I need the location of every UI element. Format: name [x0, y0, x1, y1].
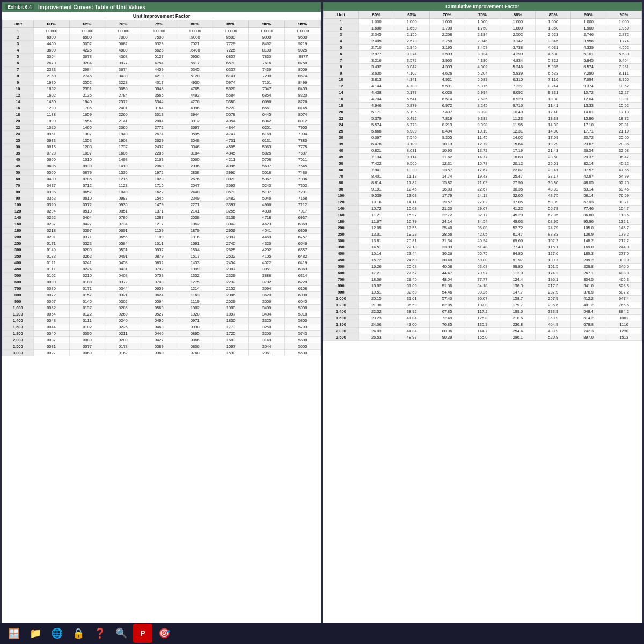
- table-cell: 37.05: [500, 199, 536, 206]
- table-row: 80018.8231.0951.3684.18136.3217.3341.052…: [324, 283, 642, 289]
- table-cell: 1116: [606, 321, 642, 328]
- table-cell: 2437: [141, 144, 177, 150]
- taskbar-folder[interactable]: 📁: [26, 624, 45, 643]
- table-cell: 5127: [141, 54, 177, 60]
- table-cell: 257.9: [536, 296, 571, 302]
- table-cell: 3164: [141, 105, 177, 112]
- table-row: 3,00000270069016203600760153029615530: [3, 350, 321, 356]
- table-row: 8003960657104916222440357951377231: [3, 189, 321, 195]
- table-cell: 1.650: [394, 25, 429, 32]
- table-cell: 2141: [105, 118, 141, 125]
- table-cell: 4017: [141, 79, 177, 86]
- table-cell: 48.97: [394, 334, 429, 341]
- table-cell: 250: [324, 231, 359, 238]
- table-row: 45001110224043107921399238739516363: [3, 266, 321, 273]
- table-cell: 0102: [33, 273, 69, 279]
- table-cell: 2547: [177, 182, 213, 189]
- table-row: 306.0977.5409.30511.4514.0217.0920.7225.…: [324, 135, 642, 141]
- table-cell: 14.33: [536, 122, 571, 128]
- table-cell: 59.80: [465, 257, 500, 264]
- table-cell: 0111: [33, 266, 69, 273]
- table-cell: 2.384: [465, 32, 500, 38]
- table-cell: 84.18: [465, 283, 500, 289]
- table-cell: 228.8: [571, 264, 606, 270]
- table-cell: 17.19: [500, 148, 536, 154]
- table-cell: 1.600: [358, 25, 394, 32]
- table-cell: 0930: [177, 324, 213, 331]
- table-cell: 3579: [213, 189, 249, 195]
- table-cell: 3.345: [536, 38, 571, 45]
- table-cell: 54.99: [606, 173, 642, 180]
- table-cell: 23.44: [394, 251, 429, 257]
- table-cell: 7.134: [358, 154, 394, 160]
- table-row: 1,80000400095021104460895172532005743: [3, 331, 321, 337]
- table-row: 83.4323.8474.3034.8025.3465.9356.5747.26…: [324, 64, 642, 70]
- table-cell: 102.2: [536, 238, 571, 244]
- table-cell: 54.46: [429, 289, 465, 296]
- table-cell: 450: [3, 266, 34, 273]
- table-cell: 4.704: [358, 96, 394, 103]
- table-row: 1,00020.1531.0157.4096.07158.7257.9412.2…: [324, 296, 642, 302]
- taskbar-extra[interactable]: 🎯: [155, 624, 174, 643]
- table-cell: 1.000: [358, 19, 394, 25]
- table-cell: 5345: [177, 67, 213, 73]
- table-cell: 8074: [285, 112, 321, 118]
- table-cell: 0157: [69, 292, 105, 298]
- table-cell: 1275: [177, 279, 213, 286]
- table-cell: 19.29: [536, 141, 571, 148]
- table-cell: 4.303: [429, 64, 465, 70]
- table-cell: 43.00: [394, 321, 429, 328]
- table-row: 1,60023.2341.0472.49126.8218.6369.9614.2…: [324, 315, 642, 321]
- taskbar-help[interactable]: ❓: [90, 624, 109, 643]
- table-cell: 180: [3, 228, 34, 234]
- table-cell: 2884: [141, 118, 177, 125]
- table-cell: 22: [324, 115, 359, 122]
- table-cell: 30.35: [500, 186, 536, 193]
- table-cell: 50: [3, 170, 34, 176]
- table-cell: 3595: [177, 131, 213, 137]
- table-cell: 9.191: [358, 186, 394, 193]
- table-cell: 52.72: [500, 225, 536, 231]
- table-cell: 44.84: [394, 328, 429, 334]
- table-cell: 51.48: [465, 244, 500, 251]
- taskbar-browser[interactable]: 🌐: [47, 624, 67, 643]
- table-cell: 3.572: [394, 57, 429, 64]
- table-cell: 35: [324, 141, 359, 148]
- table-cell: 148.2: [571, 238, 606, 244]
- table-cell: 19.57: [429, 199, 465, 206]
- table-cell: 1159: [141, 228, 177, 234]
- table-cell: 18.72: [606, 115, 642, 122]
- table-cell: 8500: [213, 34, 249, 41]
- table-cell: 7.407: [429, 109, 465, 115]
- table-cell: 6.478: [358, 141, 394, 148]
- table-cell: 300: [324, 238, 359, 244]
- table-cell: 17.71: [571, 128, 606, 135]
- table-row: 32.0452.1552.2682.3842.5022.6232.7462.87…: [324, 32, 642, 38]
- table-cell: 2135: [69, 92, 105, 99]
- table-cell: 7500: [141, 34, 177, 41]
- table-cell: 2,000: [324, 328, 359, 334]
- table-cell: 0069: [69, 350, 105, 356]
- table-cell: 520.8: [536, 334, 571, 341]
- table-cell: 1230: [606, 328, 642, 334]
- table-cell: 700: [3, 286, 34, 292]
- table-cell: 15.82: [429, 180, 465, 186]
- table-cell: 6570: [213, 60, 249, 67]
- column-header: 80%: [500, 11, 536, 19]
- table-cell: 296.6: [536, 302, 571, 309]
- taskbar-powerpoint[interactable]: P: [133, 624, 152, 643]
- table-cell: 0302: [105, 298, 141, 305]
- table-cell: 10.48: [500, 109, 536, 115]
- taskbar-security[interactable]: 🔒: [69, 624, 88, 643]
- table-cell: 1.0000: [285, 28, 321, 34]
- table-row: 26000650070007500.8000850090009500: [3, 34, 321, 41]
- taskbar-windows[interactable]: 🪟: [4, 624, 24, 643]
- table-cell: 1.000: [465, 19, 500, 25]
- table-cell: 900: [3, 298, 34, 305]
- table-cell: 0659: [141, 286, 177, 292]
- taskbar-search[interactable]: 🔍: [112, 624, 131, 643]
- table-cell: 120: [3, 208, 34, 215]
- table-cell: 5.379: [358, 115, 394, 122]
- table-cell: 1.000: [536, 19, 571, 25]
- column-header: Unit: [324, 11, 359, 19]
